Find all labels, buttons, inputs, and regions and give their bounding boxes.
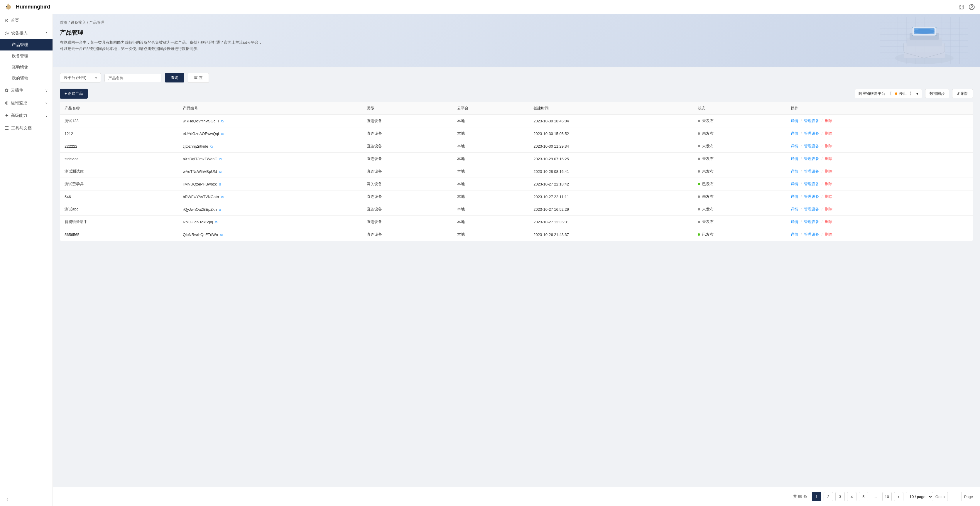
copy-icon[interactable]: ⧉ bbox=[221, 132, 224, 135]
tools-docs-label: 工具与文档 bbox=[11, 126, 32, 131]
user-icon[interactable] bbox=[968, 3, 975, 11]
cell-name: 546 bbox=[60, 191, 178, 203]
product-name-input[interactable] bbox=[105, 74, 161, 82]
manage-link[interactable]: 管理设备 bbox=[804, 131, 819, 135]
copy-icon[interactable]: ⧉ bbox=[219, 208, 221, 211]
action-sep2: / bbox=[822, 131, 823, 135]
delete-link[interactable]: 删除 bbox=[825, 220, 832, 224]
status-text: 未发布 bbox=[702, 169, 714, 173]
detail-link[interactable]: 详情 bbox=[791, 232, 799, 237]
copy-icon[interactable]: ⧉ bbox=[221, 119, 224, 123]
manage-link[interactable]: 管理设备 bbox=[804, 119, 819, 123]
fullscreen-icon[interactable] bbox=[958, 3, 965, 11]
copy-icon[interactable]: ⧉ bbox=[221, 195, 224, 199]
page-btn-1[interactable]: 1 bbox=[812, 492, 821, 501]
sidebar-item-device-access[interactable]: ◎ 设备接入 ∧ bbox=[0, 27, 52, 39]
sidebar-item-product-management[interactable]: 产品管理 bbox=[0, 39, 52, 51]
manage-link[interactable]: 管理设备 bbox=[804, 182, 819, 186]
sidebar-item-tools-docs[interactable]: ☰ 工具与文档 bbox=[0, 122, 52, 134]
manage-link[interactable]: 管理设备 bbox=[804, 220, 819, 224]
create-product-button[interactable]: + 创建产品 bbox=[60, 89, 88, 99]
copy-icon[interactable]: ⧉ bbox=[219, 183, 221, 186]
breadcrumb-current: 产品管理 bbox=[89, 20, 105, 25]
sidebar-item-my-driver[interactable]: 我的驱动 bbox=[0, 73, 52, 84]
delete-link[interactable]: 删除 bbox=[825, 156, 832, 161]
copy-icon[interactable]: ⧉ bbox=[210, 145, 213, 148]
cell-actions: 详情 / 管理设备 / 删除 bbox=[786, 165, 973, 178]
table-row: 1212 eUYdGzeAOEwwQqf ⧉ 直连设备 本地 2023-10-3… bbox=[60, 127, 973, 140]
col-action: 操作 bbox=[786, 102, 973, 115]
manage-link[interactable]: 管理设备 bbox=[804, 232, 819, 237]
home-icon: ⊙ bbox=[5, 18, 8, 23]
detail-link[interactable]: 详情 bbox=[791, 119, 799, 123]
cell-platform: 本地 bbox=[452, 203, 529, 216]
breadcrumb-device-access[interactable]: 设备接入 bbox=[71, 20, 86, 25]
cloud-plugin-icon: ✿ bbox=[5, 88, 8, 93]
delete-link[interactable]: 删除 bbox=[825, 131, 832, 135]
sidebar-item-cloud-plugin[interactable]: ✿ 云插件 ∨ bbox=[0, 84, 52, 97]
delete-link[interactable]: 删除 bbox=[825, 169, 832, 173]
sidebar-item-home[interactable]: ⊙ 首页 bbox=[0, 14, 52, 27]
svg-rect-0 bbox=[959, 5, 963, 9]
sync-button[interactable]: 数据同步 bbox=[925, 89, 949, 98]
driver-image-label: 驱动镜像 bbox=[12, 65, 28, 69]
sidebar-item-device-management[interactable]: 设备管理 bbox=[0, 51, 52, 62]
cell-status: 未发布 bbox=[693, 216, 786, 228]
sidebar-item-driver-image[interactable]: 驱动镜像 bbox=[0, 62, 52, 73]
detail-link[interactable]: 详情 bbox=[791, 144, 799, 148]
platform-status-button[interactable]: 阿里物联网平台 【 停止 】 ▾ bbox=[855, 89, 922, 98]
page-btn-next[interactable]: › bbox=[894, 492, 904, 501]
detail-link[interactable]: 详情 bbox=[791, 207, 799, 211]
cell-name: 智能语音助手 bbox=[60, 216, 178, 228]
cell-name: 5656565 bbox=[60, 228, 178, 241]
delete-link[interactable]: 删除 bbox=[825, 232, 832, 237]
cell-code: aXsDqlTJmxZWenC ⧉ bbox=[178, 153, 362, 165]
delete-link[interactable]: 删除 bbox=[825, 182, 832, 186]
page-btn-3[interactable]: 3 bbox=[835, 492, 845, 501]
breadcrumb-sep2: / bbox=[87, 20, 89, 25]
delete-link[interactable]: 删除 bbox=[825, 144, 832, 148]
detail-link[interactable]: 详情 bbox=[791, 182, 799, 186]
copy-icon[interactable]: ⧉ bbox=[215, 220, 218, 224]
page-btn-4[interactable]: 4 bbox=[847, 492, 856, 501]
manage-link[interactable]: 管理设备 bbox=[804, 194, 819, 199]
page-btn-2[interactable]: 2 bbox=[824, 492, 833, 501]
sidebar-collapse-btn[interactable]: 《 bbox=[0, 494, 52, 506]
detail-link[interactable]: 详情 bbox=[791, 194, 799, 199]
goto-input[interactable] bbox=[947, 492, 962, 501]
manage-link[interactable]: 管理设备 bbox=[804, 169, 819, 173]
copy-icon[interactable]: ⧉ bbox=[220, 233, 223, 237]
delete-link[interactable]: 删除 bbox=[825, 194, 832, 199]
banner-description: 在物联网平台中，某一类具有相同能力或特征的设备的合集被称为一款产品。赢创万联已经… bbox=[60, 40, 265, 52]
page-btn-5[interactable]: 5 bbox=[859, 492, 868, 501]
advanced-icon: ✦ bbox=[5, 113, 8, 118]
detail-link[interactable]: 详情 bbox=[791, 169, 799, 173]
status-dot bbox=[698, 158, 700, 160]
app-header: Hummingbird bbox=[0, 0, 980, 14]
search-button[interactable]: 查询 bbox=[165, 73, 184, 83]
breadcrumb: 首页 / 设备接入 / 产品管理 bbox=[60, 20, 973, 25]
sidebar-item-advanced[interactable]: ✦ 高级能力 ∨ bbox=[0, 109, 52, 122]
detail-link[interactable]: 详情 bbox=[791, 131, 799, 135]
manage-link[interactable]: 管理设备 bbox=[804, 156, 819, 161]
cell-platform: 本地 bbox=[452, 165, 529, 178]
platform-select[interactable]: 云平台 (全部) ▾ bbox=[60, 73, 101, 83]
cell-type: 直连设备 bbox=[362, 153, 452, 165]
cloud-plugin-label: 云插件 bbox=[11, 88, 23, 93]
detail-link[interactable]: 详情 bbox=[791, 220, 799, 224]
reset-button[interactable]: 重 置 bbox=[188, 73, 209, 83]
page-size-select[interactable]: 10 / page 20 / page 50 / page bbox=[906, 492, 933, 501]
manage-link[interactable]: 管理设备 bbox=[804, 144, 819, 148]
svg-point-2 bbox=[971, 6, 973, 7]
refresh-button[interactable]: ↺ 刷新 bbox=[952, 89, 973, 98]
copy-icon[interactable]: ⧉ bbox=[219, 170, 221, 173]
manage-link[interactable]: 管理设备 bbox=[804, 207, 819, 211]
delete-link[interactable]: 删除 bbox=[825, 207, 832, 211]
delete-link[interactable]: 删除 bbox=[825, 119, 832, 123]
detail-link[interactable]: 详情 bbox=[791, 156, 799, 161]
page-btn-10[interactable]: 10 bbox=[882, 492, 892, 501]
status-dot bbox=[698, 233, 700, 235]
sidebar-item-ops-monitor[interactable]: ⊕ 运维监控 ∨ bbox=[0, 97, 52, 109]
copy-icon[interactable]: ⧉ bbox=[220, 158, 222, 161]
breadcrumb-home[interactable]: 首页 bbox=[60, 20, 67, 25]
